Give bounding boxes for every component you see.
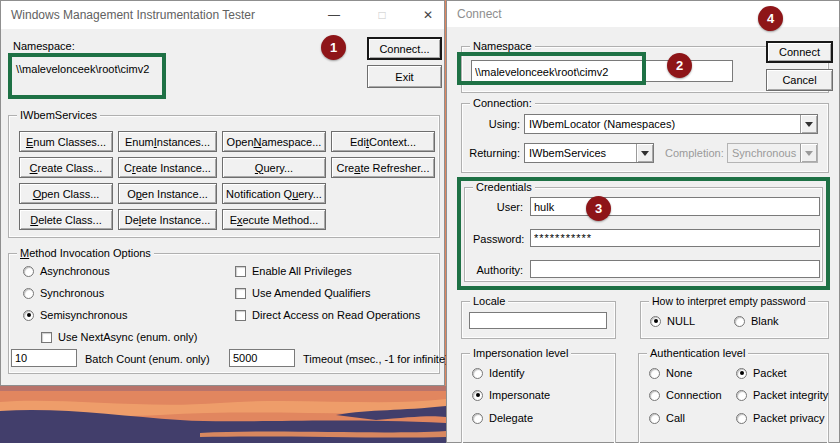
using-dropdown-arrow-icon[interactable] xyxy=(800,115,817,133)
radio-call[interactable]: Call xyxy=(649,412,685,424)
enum-classes-button[interactable]: Enum Classes... xyxy=(19,131,113,152)
notification-query-button[interactable]: Notification Query... xyxy=(222,183,326,204)
radio-impersonate-icon[interactable] xyxy=(472,390,483,401)
open-namespace-button[interactable]: Open Namespace... xyxy=(222,131,326,152)
radio-null-label: NULL xyxy=(667,315,695,327)
radio-delegate-icon[interactable] xyxy=(472,413,483,424)
radio-packet-integrity-icon[interactable] xyxy=(736,390,747,401)
using-dropdown-value: IWbemLocator (Namespaces) xyxy=(525,115,800,133)
radio-blank-label: Blank xyxy=(751,315,779,327)
radio-connection[interactable]: Connection xyxy=(649,389,722,401)
radio-none[interactable]: None xyxy=(649,367,692,379)
locale-group-title: Locale xyxy=(470,295,508,307)
checkbox-enable-all-privileges-icon[interactable] xyxy=(235,266,246,277)
checkbox-use-amended-qualifiers-icon[interactable] xyxy=(235,288,246,299)
radio-packet-icon[interactable] xyxy=(736,368,747,379)
open-instance-button[interactable]: Open Instance... xyxy=(118,183,217,204)
completion-dropdown-value: Synchronous xyxy=(728,144,800,162)
radio-delegate[interactable]: Delegate xyxy=(472,412,533,424)
maximize-icon[interactable]: □ xyxy=(369,1,395,29)
radio-blank-icon[interactable] xyxy=(734,316,745,327)
locale-input[interactable] xyxy=(469,312,607,329)
connection-group: Connection: Using: IWbemLocator (Namespa… xyxy=(461,103,829,173)
radio-asynchronous[interactable]: Asynchronous xyxy=(23,265,110,277)
create-instance-button[interactable]: Create Instance... xyxy=(118,157,217,178)
radio-semisynchronous[interactable]: Semisynchronous xyxy=(23,309,127,321)
password-input[interactable] xyxy=(530,229,820,247)
radio-identify-icon[interactable] xyxy=(472,368,483,379)
batch-count-input[interactable] xyxy=(11,349,77,367)
radio-none-icon[interactable] xyxy=(649,368,660,379)
empty-password-group: How to interpret empty password NULL Bla… xyxy=(640,301,829,339)
radio-impersonate[interactable]: Impersonate xyxy=(472,389,550,401)
using-label: Using: xyxy=(472,118,520,130)
checkbox-direct-access[interactable]: Direct Access on Read Operations xyxy=(235,309,420,321)
radio-synchronous[interactable]: Synchronous xyxy=(23,287,104,299)
checkbox-use-amended-qualifiers[interactable]: Use Amended Qualifiers xyxy=(235,287,371,299)
radio-null-icon[interactable] xyxy=(650,316,661,327)
exit-button[interactable]: Exit xyxy=(367,65,442,88)
enum-instances-button[interactable]: Enum Instances... xyxy=(118,131,217,152)
radio-delegate-label: Delegate xyxy=(489,412,533,424)
returning-dropdown-arrow-icon[interactable] xyxy=(636,144,653,162)
create-refresher-button[interactable]: Create Refresher... xyxy=(331,157,435,178)
radio-null[interactable]: NULL xyxy=(650,315,695,327)
annotation-badge-1: 1 xyxy=(321,35,346,60)
timeout-input[interactable] xyxy=(229,349,295,367)
radio-blank[interactable]: Blank xyxy=(734,315,779,327)
returning-dropdown[interactable]: IWbemServices xyxy=(524,143,654,163)
connect-dialog-cancel-button[interactable]: Cancel xyxy=(766,69,833,91)
using-dropdown[interactable]: IWbemLocator (Namespaces) xyxy=(524,114,818,134)
radio-asynchronous-label: Asynchronous xyxy=(40,265,110,277)
radio-packet[interactable]: Packet xyxy=(736,367,787,379)
radio-connection-label: Connection xyxy=(666,389,722,401)
completion-dropdown-arrow-icon xyxy=(800,144,817,162)
radio-packet-label: Packet xyxy=(753,367,787,379)
checkbox-enable-all-privileges[interactable]: Enable All Privileges xyxy=(235,265,352,277)
connect-main-button[interactable]: Connect... xyxy=(367,37,442,60)
connect-namespace-input[interactable] xyxy=(471,60,733,82)
delete-instance-button[interactable]: Delete Instance... xyxy=(118,209,217,230)
checkbox-direct-access-icon[interactable] xyxy=(235,310,246,321)
radio-semisynchronous-icon[interactable] xyxy=(23,310,34,321)
radio-packet-privacy-icon[interactable] xyxy=(736,413,747,424)
checkbox-use-nextasync-icon[interactable] xyxy=(41,332,52,343)
user-input[interactable] xyxy=(530,197,820,216)
connect-dialog-title: Connect xyxy=(457,7,502,21)
edit-context-button[interactable]: Edit Context... xyxy=(331,131,435,152)
namespace-label: Namespace: xyxy=(13,40,75,52)
radio-none-label: None xyxy=(666,367,692,379)
radio-call-icon[interactable] xyxy=(649,413,660,424)
create-class-button[interactable]: Create Class... xyxy=(19,157,113,178)
open-class-button[interactable]: Open Class... xyxy=(19,183,113,204)
query-button[interactable]: Query... xyxy=(222,157,326,178)
checkbox-use-nextasync[interactable]: Use NextAsync (enum. only) xyxy=(41,331,197,343)
desktop: { "colors": { "highlight_green": "#1e714… xyxy=(0,0,840,443)
authority-input[interactable] xyxy=(530,260,820,278)
close-icon[interactable]: ✕ xyxy=(415,1,441,29)
radio-synchronous-label: Synchronous xyxy=(40,287,104,299)
desktop-wallpaper xyxy=(0,386,446,443)
radio-asynchronous-icon[interactable] xyxy=(23,266,34,277)
radio-identify[interactable]: Identify xyxy=(472,367,524,379)
radio-synchronous-icon[interactable] xyxy=(23,288,34,299)
minimize-icon[interactable]: — xyxy=(321,1,347,29)
radio-packet-integrity-label: Packet integrity xyxy=(753,389,828,401)
iwbemservices-group: IWbemServices Enum Classes... Enum Insta… xyxy=(8,115,440,238)
checkbox-direct-access-label: Direct Access on Read Operations xyxy=(252,309,420,321)
annotation-badge-2: 2 xyxy=(667,53,692,78)
radio-connection-icon[interactable] xyxy=(649,390,660,401)
connect-dialog-connect-button[interactable]: Connect xyxy=(766,41,833,63)
annotation-highlight-namespace xyxy=(8,53,166,99)
delete-class-button[interactable]: Delete Class... xyxy=(19,209,113,230)
grid-spacer xyxy=(331,183,435,204)
namespace-value: \\malevelonceek\root\cimv2 xyxy=(16,63,149,75)
empty-password-group-title: How to interpret empty password xyxy=(649,295,808,307)
completion-dropdown: Synchronous xyxy=(727,143,818,163)
radio-packet-privacy[interactable]: Packet privacy xyxy=(736,412,825,424)
radio-packet-integrity[interactable]: Packet integrity xyxy=(736,389,828,401)
radio-call-label: Call xyxy=(666,412,685,424)
execute-method-button[interactable]: Execute Method... xyxy=(222,209,326,230)
authentication-group-title: Authentication level xyxy=(647,347,748,359)
password-label: Password: xyxy=(473,233,523,245)
